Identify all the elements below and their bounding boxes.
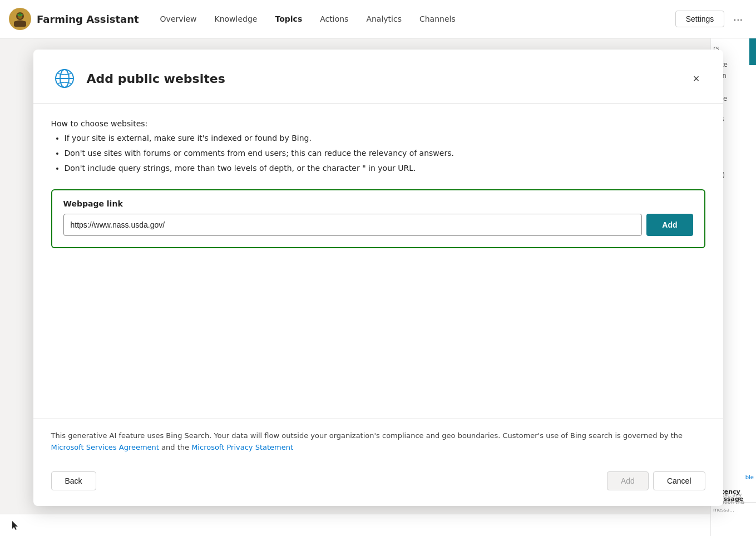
microsoft-privacy-link[interactable]: Microsoft Privacy Statement	[191, 443, 293, 451]
nav-knowledge[interactable]: Knowledge	[207, 11, 265, 27]
nav-channels[interactable]: Channels	[412, 11, 463, 27]
instruction-item-1: If your site is external, make sure it's…	[65, 131, 705, 145]
modal-backdrop: Add public websites × How to choose webs…	[0, 38, 756, 536]
app-logo	[9, 8, 31, 30]
nav-analytics[interactable]: Analytics	[358, 11, 409, 27]
instruction-item-2: Don't use sites with forums or comments …	[65, 146, 705, 160]
modal-header: Add public websites ×	[33, 50, 723, 104]
modal-footer-actions: Back Add Cancel	[33, 463, 723, 506]
instructions-heading: How to choose websites:	[51, 119, 705, 128]
nav-overview[interactable]: Overview	[152, 11, 205, 27]
url-input[interactable]	[63, 214, 643, 236]
svg-rect-3	[14, 21, 26, 27]
footer-right-actions: Add Cancel	[607, 471, 705, 490]
webpage-link-box: Webpage link Add	[51, 189, 705, 248]
app-title: Farming Assistant	[37, 13, 139, 25]
nav-topics[interactable]: Topics	[267, 11, 310, 27]
add-footer-button-disabled: Add	[607, 471, 649, 490]
disclaimer-text: This generative AI feature uses Bing Sea…	[51, 431, 683, 440]
disclaimer-mid: and the	[159, 443, 191, 451]
input-row: Add	[63, 214, 693, 236]
modal-close-button[interactable]: ×	[688, 70, 705, 87]
topbar-actions: Settings ···	[675, 11, 747, 28]
instructions-list: If your site is external, make sure it's…	[65, 131, 705, 176]
more-options-button[interactable]: ···	[729, 11, 747, 28]
main-nav: Overview Knowledge Topics Actions Analyt…	[152, 11, 675, 27]
modal-title: Add public websites	[87, 72, 679, 86]
add-url-button[interactable]: Add	[646, 214, 693, 236]
globe-icon	[51, 65, 78, 92]
microsoft-services-link[interactable]: Microsoft Services Agreement	[51, 443, 159, 451]
topbar: Farming Assistant Overview Knowledge Top…	[0, 0, 756, 38]
back-button[interactable]: Back	[51, 471, 96, 490]
instruction-item-3: Don't include query strings, more than t…	[65, 161, 705, 175]
webpage-link-label: Webpage link	[63, 199, 693, 208]
settings-button[interactable]: Settings	[675, 11, 725, 27]
nav-actions[interactable]: Actions	[312, 11, 356, 27]
add-public-websites-modal: Add public websites × How to choose webs…	[33, 50, 723, 506]
modal-disclaimer: This generative AI feature uses Bing Sea…	[33, 419, 723, 463]
cancel-button[interactable]: Cancel	[653, 471, 705, 490]
modal-body: How to choose websites: If your site is …	[33, 104, 723, 419]
